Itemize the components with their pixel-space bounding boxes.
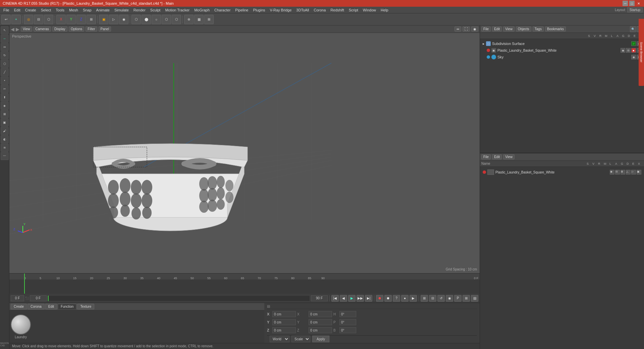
- subdiv-ctrl-1[interactable]: ✓: [631, 41, 636, 46]
- h-input[interactable]: [339, 311, 356, 317]
- y-axis-button[interactable]: Y: [66, 15, 76, 24]
- poly-mode-button[interactable]: ⬡: [44, 15, 53, 24]
- expand-icon-subdiv[interactable]: ▸: [483, 42, 485, 46]
- menu-pipeline[interactable]: Pipeline: [233, 7, 250, 13]
- objects-edit-menu[interactable]: Edit: [492, 27, 502, 32]
- list-item[interactable]: Sky ◉ ⊟: [481, 54, 643, 60]
- sidebar-select-icon[interactable]: ↖: [1, 26, 9, 34]
- viewport-nav-right[interactable]: ▶: [16, 27, 19, 32]
- objects-file-menu[interactable]: File: [481, 27, 491, 32]
- motion-clip-button[interactable]: ▶: [410, 295, 417, 302]
- display-mode-btn5[interactable]: ⬡: [172, 15, 181, 24]
- viewport-display-menu[interactable]: Display: [52, 27, 67, 32]
- viewport-icon3[interactable]: ◉: [471, 27, 478, 32]
- snap-btn[interactable]: ⊛: [184, 15, 194, 24]
- p-input[interactable]: [339, 319, 356, 325]
- more-button[interactable]: ⊞: [463, 295, 470, 302]
- menu-character[interactable]: Character: [212, 7, 232, 13]
- display-mode-btn3[interactable]: ☼: [152, 15, 161, 24]
- frame-end-input[interactable]: [311, 295, 328, 301]
- playback-bar[interactable]: [48, 295, 310, 301]
- record-button[interactable]: ⏺: [376, 295, 383, 302]
- menu-3dtoall[interactable]: 3DToAll: [294, 7, 311, 13]
- sidebar-bridge-icon[interactable]: ⊠: [1, 110, 9, 118]
- menu-redshift[interactable]: Redshift: [328, 7, 346, 13]
- timeline-track[interactable]: [9, 280, 480, 294]
- menu-select[interactable]: Select: [39, 7, 53, 13]
- sidebar-scale-icon[interactable]: ⇔: [1, 43, 9, 51]
- tab-create[interactable]: Create: [11, 304, 27, 309]
- render-button[interactable]: ▣: [99, 15, 108, 24]
- viewport[interactable]: X Y Z Perspective Grid Spacing : 10 cm: [9, 33, 480, 273]
- maximize-button[interactable]: □: [629, 1, 635, 6]
- sidebar-edge-icon[interactable]: ╱: [1, 68, 9, 76]
- menu-render[interactable]: Render: [131, 7, 148, 13]
- grid-btn[interactable]: ▦: [194, 15, 204, 24]
- edge-mode-button[interactable]: ⊟: [34, 15, 43, 24]
- render-to-po-button[interactable]: ◉: [119, 15, 128, 24]
- play-button[interactable]: ▶: [348, 295, 356, 302]
- play-forward-button[interactable]: ▶▶: [357, 295, 364, 302]
- current-frame-input[interactable]: [11, 295, 24, 301]
- auto-key-button[interactable]: ?: [393, 295, 400, 302]
- menu-animate[interactable]: Animate: [94, 7, 112, 13]
- sidebar-spline-icon[interactable]: 〰: [1, 152, 9, 160]
- mat-ctrl-5[interactable]: ▷: [631, 170, 636, 174]
- menu-script[interactable]: Script: [347, 7, 360, 13]
- viewport-icon2[interactable]: ⛶: [463, 27, 470, 32]
- menu-window[interactable]: Window: [361, 7, 378, 13]
- basket-ctrl-1[interactable]: ◉: [621, 48, 625, 53]
- menu-edit[interactable]: Edit: [12, 7, 22, 13]
- viewport-nav-left[interactable]: ◀: [11, 27, 14, 32]
- model-mode-button[interactable]: ◎: [24, 15, 33, 24]
- tab-edit[interactable]: Edit: [45, 304, 57, 309]
- viewport-panel-menu[interactable]: Panel: [99, 27, 111, 32]
- menu-vray[interactable]: V-Ray Bridge: [268, 7, 294, 13]
- materials-file-menu[interactable]: File: [481, 154, 491, 159]
- x-axis-button[interactable]: X: [56, 15, 66, 24]
- sky-ctrl-1[interactable]: ◉: [631, 55, 636, 59]
- y-rot-input[interactable]: [309, 319, 332, 325]
- objects-tags-menu[interactable]: Tags: [533, 27, 544, 32]
- basket-ctrl-3[interactable]: ■: [631, 48, 636, 53]
- z-rot-input[interactable]: [309, 327, 332, 333]
- menu-tools[interactable]: Tools: [54, 7, 66, 13]
- mat-ctrl-3[interactable]: ⊠: [621, 170, 625, 174]
- record-active-button[interactable]: ⏺: [384, 295, 392, 302]
- sidebar-move-icon[interactable]: ↔: [1, 35, 9, 43]
- mat-ctrl-1[interactable]: ◉: [610, 170, 614, 174]
- playhead[interactable]: [24, 273, 25, 280]
- obj-panel-search[interactable]: 🔍: [630, 26, 636, 32]
- sidebar-fill-icon[interactable]: ▣: [1, 118, 9, 127]
- all-axes-button[interactable]: ⊞: [87, 15, 96, 24]
- viewport-cameras-menu[interactable]: Cameras: [34, 27, 51, 32]
- menu-corona[interactable]: Corona: [312, 7, 328, 13]
- y-position-input[interactable]: [272, 319, 296, 325]
- menu-mesh[interactable]: Mesh: [67, 7, 80, 13]
- menu-help[interactable]: Help: [379, 7, 390, 13]
- minimize-button[interactable]: ─: [623, 1, 628, 6]
- world-select[interactable]: World Object Local: [270, 336, 289, 342]
- prev-key-button[interactable]: ⊞: [421, 295, 428, 302]
- menu-create[interactable]: Create: [23, 7, 38, 13]
- menu-plugins[interactable]: Plugins: [251, 7, 267, 13]
- preview-button[interactable]: ◉: [446, 295, 453, 302]
- new-object-button[interactable]: +: [11, 15, 21, 24]
- play-reverse-button[interactable]: ◀: [340, 295, 347, 302]
- display-mode-btn1[interactable]: ⬡: [131, 15, 141, 24]
- x-position-input[interactable]: [272, 311, 296, 317]
- sidebar-polygon-icon[interactable]: ⬡: [1, 60, 9, 68]
- materials-view-menu[interactable]: View: [503, 154, 515, 159]
- apply-button[interactable]: Apply: [312, 336, 329, 342]
- display-mode-btn4[interactable]: ⬡: [162, 15, 171, 24]
- scene-browser-tab[interactable]: Scene Browser: [639, 19, 644, 86]
- loop-button[interactable]: ↺: [437, 295, 445, 302]
- sidebar-bevel-icon[interactable]: ◈: [1, 102, 9, 110]
- objects-view-menu[interactable]: View: [503, 27, 515, 32]
- viewport-icon1[interactable]: ⇔: [454, 27, 461, 32]
- sidebar-cloth-icon[interactable]: ≋: [1, 144, 9, 152]
- sidebar-knife-icon[interactable]: ✂: [1, 85, 9, 93]
- go-to-start-button[interactable]: |◀: [331, 295, 339, 302]
- mat-ctrl-6[interactable]: ▣: [637, 170, 641, 174]
- viewport-view-menu[interactable]: View: [21, 27, 32, 32]
